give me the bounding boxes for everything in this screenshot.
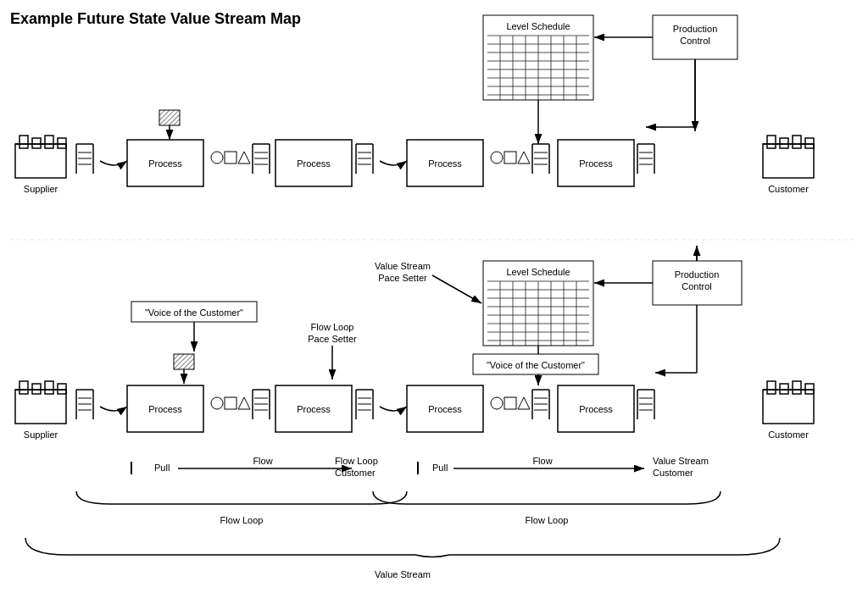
customer-top: Customer [763,136,814,194]
svg-text:Process: Process [297,404,331,414]
inventory-1-2-top [253,144,270,174]
symbols-1-2-top [211,152,250,163]
svg-rect-148 [763,390,814,424]
svg-marker-115 [238,397,250,409]
svg-rect-70 [763,144,814,178]
svg-rect-150 [780,384,788,394]
svg-marker-37 [238,152,250,163]
svg-text:Customer: Customer [335,468,376,478]
svg-text:"Voice of the Customer": "Voice of the Customer" [487,360,585,370]
flow-label-right: Flow [532,456,552,466]
symbols-1-2-bottom [211,397,250,409]
svg-point-113 [211,397,223,409]
inventory-after-p4-top [637,144,654,174]
svg-text:Process: Process [148,158,182,169]
arrow-vsps-to-ls [432,275,481,303]
svg-text:"Voice of the Customer": "Voice of the Customer" [145,308,243,318]
svg-rect-102 [45,381,53,394]
svg-text:Level Schedule: Level Schedule [506,267,570,277]
supplier-bottom: Supplier [15,381,66,440]
svg-rect-71 [767,136,776,148]
pull-label-right: Pull [432,463,448,473]
svg-text:Control: Control [682,281,711,291]
arrow-inv-to-proc1-top [100,161,127,165]
inventory-after-supplier-bottom [76,390,93,419]
svg-rect-22 [19,136,28,148]
inventory-1-2-bottom [253,390,270,419]
svg-marker-134 [518,397,530,409]
svg-rect-24 [45,136,53,148]
flow-loop-label-left: Flow Loop [220,515,264,525]
svg-point-54 [491,152,503,163]
inventory-3-4-bottom [532,390,549,419]
svg-text:Process: Process [579,158,613,169]
svg-text:Process: Process [297,158,331,169]
kaizen-top [159,110,180,140]
svg-rect-149 [767,381,776,394]
svg-text:Customer: Customer [653,468,693,478]
inventory-after-p4-bottom [637,390,654,419]
svg-text:Process: Process [428,404,462,414]
svg-text:Process: Process [148,404,182,414]
svg-rect-99 [15,390,66,424]
svg-point-132 [491,397,503,409]
svg-rect-23 [32,138,41,148]
svg-rect-133 [504,397,516,409]
symbols-3-4-bottom [491,397,530,409]
svg-text:Supplier: Supplier [24,429,58,440]
svg-rect-101 [32,384,41,394]
flow-loop-label-right: Flow Loop [526,515,569,525]
page-title: Example Future State Value Stream Map [10,10,301,27]
svg-rect-152 [805,384,814,394]
arrow-inv-to-proc1-bottom [100,407,127,411]
svg-rect-45 [159,110,180,125]
svg-rect-55 [504,152,516,163]
svg-text:Level Schedule: Level Schedule [506,21,570,31]
flow-loop-pace-setter-label: Flow Loop [311,322,354,332]
flow-label-left: Flow [253,456,272,466]
svg-text:Supplier: Supplier [24,184,58,194]
kaizen-bottom [174,354,194,384]
brace-value-stream [25,538,780,557]
svg-rect-114 [225,397,236,409]
supplier-top: Supplier [15,136,66,194]
inventory-after-p2-bottom [356,390,373,419]
inventory-3-4-top [532,144,549,174]
svg-rect-21 [15,144,66,178]
brace-left [76,491,407,504]
svg-text:Production: Production [675,269,720,280]
svg-rect-151 [793,381,801,394]
inventory-after-supplier-top [76,144,93,174]
svg-rect-73 [793,136,801,148]
svg-rect-74 [805,138,814,148]
svg-text:Process: Process [428,158,462,169]
svg-rect-25 [58,138,66,148]
value-stream-label: Value Stream [375,569,431,579]
brace-right [373,491,721,504]
svg-rect-36 [225,152,236,163]
arrow-inv-to-proc3-bottom [380,407,407,411]
svg-rect-103 [58,384,66,394]
svg-text:Control: Control [680,36,709,46]
svg-text:Production: Production [673,24,718,34]
svg-text:Process: Process [579,404,613,414]
arrow-inv-to-proc3-top [380,161,407,165]
svg-point-35 [211,152,223,163]
svg-text:Pace Setter: Pace Setter [378,273,427,283]
customer-bottom: Customer [763,381,814,440]
svg-marker-56 [518,152,530,163]
svg-text:Customer: Customer [768,184,809,194]
svg-text:Customer: Customer [768,429,809,440]
value-stream-pace-setter-label: Value Stream [375,261,431,271]
value-stream-customer-label: Value Stream [653,456,709,466]
symbols-3-4-top [491,152,530,163]
svg-rect-123 [174,354,194,369]
svg-rect-100 [19,381,28,394]
pull-label-left: Pull [154,463,170,473]
svg-text:Pace Setter: Pace Setter [308,334,357,344]
flow-loop-customer-label: Flow Loop [335,456,378,466]
svg-rect-72 [780,138,788,148]
inventory-after-p2-top [356,144,373,174]
